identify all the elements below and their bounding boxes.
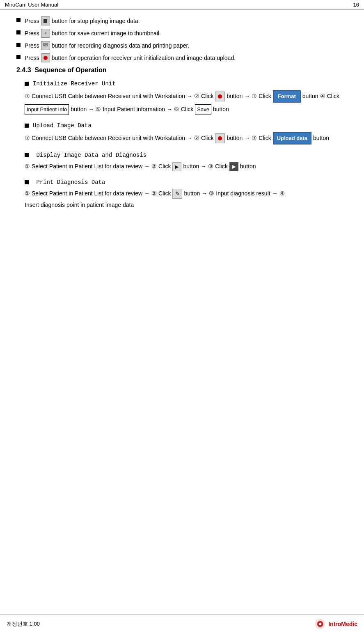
circle-6a: ⑥	[174, 105, 179, 115]
arrow-1a: →	[187, 92, 192, 101]
section-heading: 2.4.3 Sequence of Operation	[16, 67, 348, 74]
page-footer: 개정번호 1.00 IntroMedic	[0, 615, 364, 633]
select-text-2: Select Patient in Patient List for data …	[32, 189, 142, 199]
press-label-2: Press	[25, 29, 39, 38]
press-bullets: Press button for stop playing image data…	[16, 16, 348, 62]
button-label-9: button	[184, 189, 200, 199]
bullet-icon-2	[16, 30, 21, 34]
save-button[interactable]: Save	[195, 104, 211, 115]
arrow-3a: →	[144, 162, 150, 172]
bullet-rec: Press button for operation for receiver …	[16, 53, 348, 62]
display-steps: ① Select Patient in Patient List for dat…	[25, 162, 348, 172]
stop-icon	[41, 16, 50, 25]
print-icon	[41, 41, 50, 50]
click-3: Click	[327, 92, 339, 101]
click-6: Click	[259, 133, 271, 143]
connect-text-1: Connect USB Cable between Receiver unit …	[32, 92, 185, 101]
press-label-3: Press	[25, 41, 39, 50]
save-thumb-text: button for save current image to thumbna…	[52, 29, 161, 38]
button-label-1: button	[227, 92, 243, 101]
arrow-4c: →	[272, 189, 278, 199]
click-7: Click	[158, 162, 171, 172]
arrow-4b: →	[201, 189, 207, 199]
format-button[interactable]: Format	[273, 90, 301, 103]
sub-bullet-1	[25, 82, 29, 86]
fullscreen-button-icon: ▶	[229, 162, 238, 171]
circle-4d: ④	[279, 189, 285, 199]
page-header: MiroCam User Manual 16	[0, 0, 364, 10]
bullet-icon-3	[16, 43, 21, 47]
button-label-7: button	[183, 162, 199, 172]
header-title: MiroCam User Manual	[5, 2, 58, 8]
play-button-icon: ▶	[172, 162, 181, 171]
connect-text-2: Connect USB Cable between Receiver unit …	[32, 133, 185, 143]
subsection-display: Display Image Data and Diagnosis ① Selec…	[16, 152, 348, 172]
svg-point-6	[319, 623, 322, 626]
arrow-3b: →	[201, 162, 206, 172]
print-title: Print Diagnosis Data	[33, 179, 105, 186]
footer-version: 개정번호 1.00	[7, 620, 40, 628]
press-label-4: Press	[25, 54, 39, 62]
circle-5a: ⑤	[96, 105, 101, 115]
button-label-6: button	[313, 133, 329, 143]
section-number: 2.4.3	[16, 67, 31, 73]
display-heading: Display Image Data and Diagnosis	[25, 152, 348, 158]
input-patient-info-button[interactable]: Input Patient Info	[25, 104, 69, 115]
initialize-title: Initialize Receiver Unit	[33, 80, 116, 87]
rec-button-icon-1	[215, 92, 225, 101]
button-label-3: button	[71, 105, 87, 115]
subsection-print: Print Diagnosis Data ① Select Patient in…	[16, 179, 348, 210]
save-thumbnail-icon: ✦	[41, 29, 50, 38]
print-steps: ① Select Patient in Patient List for dat…	[25, 189, 348, 210]
stop-text: button for stop playing image data.	[52, 17, 140, 25]
input-diagnosis: Input diagnosis result	[216, 189, 270, 199]
click-9: Click	[158, 189, 171, 199]
sub-bullet-3	[25, 153, 29, 157]
step-circle-1a: ①	[25, 92, 30, 101]
arrow-2a: →	[187, 133, 192, 143]
rec-icon	[41, 53, 50, 62]
button-label-8: button	[240, 162, 256, 172]
circle-4a: ④	[320, 92, 325, 101]
rec-text: button for operation for receiver unit i…	[52, 54, 236, 62]
click-1: Click	[201, 92, 213, 101]
insert-diagnosis: Insert diagnosis point in patient image …	[25, 200, 134, 210]
upload-title: Upload Image Data	[33, 122, 92, 129]
step-circle-1b: ①	[25, 133, 30, 143]
press-label-1: Press	[25, 17, 39, 25]
input-text-1: Input Patient information	[103, 105, 165, 115]
click-4: Click	[181, 105, 193, 115]
bullet-stop: Press button for stop playing image data…	[16, 16, 348, 25]
bullet-print: Press button for recording diagnosis dat…	[16, 41, 348, 50]
button-label-4: button	[213, 105, 229, 115]
sub-bullet-2	[25, 124, 29, 128]
button-label-5: button	[227, 133, 243, 143]
bullet-save-thumbnail: Press ✦ button for save current image to…	[16, 29, 348, 38]
initialize-heading: Initialize Receiver Unit	[25, 80, 348, 87]
upload-steps: ① Connect USB Cable between Receiver uni…	[25, 132, 348, 144]
circle-2a: ②	[194, 92, 199, 101]
display-title: Display Image Data and Diagnosis	[33, 152, 147, 158]
circle-3a: ③	[252, 92, 257, 101]
page-number: 16	[353, 2, 359, 8]
click-2: Click	[259, 92, 271, 101]
arrow-1b: →	[244, 92, 250, 101]
initialize-steps: ① Connect USB Cable between Receiver uni…	[25, 90, 348, 115]
upload-heading: Upload Image Data	[25, 122, 348, 129]
step-circle-1d: ①	[25, 189, 30, 199]
arrow-1d: →	[167, 105, 172, 115]
circle-2c: ②	[151, 162, 157, 172]
bullet-icon-1	[16, 18, 21, 22]
click-8: Click	[215, 162, 227, 172]
click-5: Click	[201, 133, 213, 143]
footer-logo-text: IntroMedic	[328, 621, 357, 627]
circle-2b: ②	[194, 133, 199, 143]
print-heading: Print Diagnosis Data	[25, 179, 348, 186]
section-243: 2.4.3 Sequence of Operation Initialize R…	[16, 67, 348, 210]
upload-data-button[interactable]: Upload data	[273, 132, 311, 144]
circle-3d: ③	[209, 189, 214, 199]
subsection-initialize: Initialize Receiver Unit ① Connect USB C…	[16, 80, 348, 115]
circle-3b: ③	[252, 133, 257, 143]
print-text: button for recording diagnosis data and …	[52, 41, 189, 50]
arrow-2b: →	[244, 133, 250, 143]
